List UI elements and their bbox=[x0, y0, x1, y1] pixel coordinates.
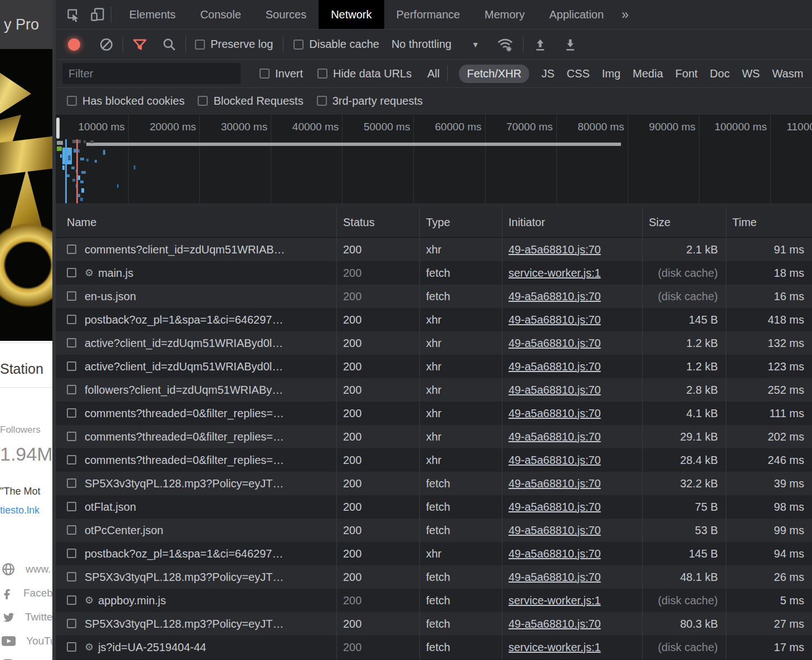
cell-initiator[interactable]: 49-a5a68810.js:70 bbox=[508, 542, 642, 565]
row-checkbox[interactable] bbox=[67, 455, 76, 465]
record-button[interactable] bbox=[68, 38, 80, 51]
row-checkbox[interactable] bbox=[67, 572, 76, 581]
checkbox-icon[interactable] bbox=[317, 96, 327, 106]
table-row[interactable]: comments?client_id=zdUqm51WRIAB…200xhr49… bbox=[56, 238, 812, 261]
checkbox-icon[interactable] bbox=[317, 69, 327, 79]
table-row[interactable]: comments?threaded=0&filter_replies=…200x… bbox=[56, 448, 812, 472]
table-row[interactable]: ⚙appboy.min.js200fetchservice-worker.js:… bbox=[56, 589, 812, 612]
table-row[interactable]: active?client_id=zdUqm51WRIAByd0l…200xhr… bbox=[56, 355, 812, 378]
cell-initiator[interactable]: 49-a5a68810.js:70 bbox=[508, 355, 642, 378]
row-checkbox[interactable] bbox=[67, 315, 76, 324]
table-row[interactable]: en-us.json200fetch49-a5a68810.js:70(disk… bbox=[56, 285, 812, 308]
invert-checkbox[interactable]: Invert bbox=[260, 67, 303, 80]
cell-initiator[interactable]: 49-a5a68810.js:70 bbox=[508, 238, 642, 261]
row-checkbox[interactable] bbox=[67, 502, 76, 511]
column-header-type[interactable]: Type bbox=[419, 207, 502, 238]
row-checkbox[interactable] bbox=[67, 361, 76, 371]
cell-initiator[interactable]: 49-a5a68810.js:70 bbox=[508, 425, 642, 448]
filter-chip-ws[interactable]: WS bbox=[742, 67, 760, 80]
cell-initiator[interactable]: 49-a5a68810.js:70 bbox=[508, 448, 642, 472]
tab-network[interactable]: Network bbox=[319, 0, 384, 29]
filter-chip-media[interactable]: Media bbox=[633, 67, 663, 80]
filter-chip-wasm[interactable]: Wasm bbox=[772, 67, 803, 80]
checkbox-icon[interactable] bbox=[67, 96, 77, 106]
disable-cache-checkbox[interactable]: Disable cache bbox=[294, 38, 379, 51]
hide-data-urls-checkbox[interactable]: Hide data URLs bbox=[317, 67, 412, 80]
row-checkbox[interactable] bbox=[67, 642, 76, 652]
filter-icon[interactable] bbox=[132, 37, 148, 52]
table-row[interactable]: SP5X3v3tyqPL.128.mp3?Policy=eyJT…200fetc… bbox=[56, 612, 812, 635]
inspect-element-icon[interactable] bbox=[66, 0, 81, 29]
has-blocked-cookies-checkbox[interactable]: Has blocked cookies bbox=[67, 95, 184, 107]
table-row[interactable]: active?client_id=zdUqm51WRIAByd0l…200xhr… bbox=[56, 331, 812, 355]
table-row[interactable]: otPcCenter.json200fetch49-a5a68810.js:70… bbox=[56, 519, 812, 542]
row-checkbox[interactable] bbox=[67, 595, 76, 605]
cell-initiator[interactable]: 49-a5a68810.js:70 bbox=[508, 612, 642, 635]
device-toolbar-icon[interactable] bbox=[90, 0, 105, 29]
more-tabs-button[interactable]: » bbox=[616, 0, 634, 29]
column-divider[interactable] bbox=[336, 207, 337, 660]
row-checkbox[interactable] bbox=[67, 385, 76, 394]
cell-initiator[interactable]: service-worker.js:1 bbox=[508, 261, 642, 285]
station-tab-label[interactable]: Station bbox=[0, 361, 43, 377]
column-divider[interactable] bbox=[419, 207, 420, 660]
row-checkbox[interactable] bbox=[67, 619, 76, 628]
cell-initiator[interactable]: service-worker.js:1 bbox=[508, 635, 642, 659]
cell-initiator[interactable]: 49-a5a68810.js:70 bbox=[508, 308, 642, 331]
table-row[interactable]: followers?client_id=zdUqm51WRIABy…200xhr… bbox=[56, 378, 812, 402]
filter-chip-css[interactable]: CSS bbox=[567, 67, 590, 80]
social-link-www[interactable]: www. bbox=[1, 557, 56, 581]
third-party-requests-checkbox[interactable]: 3rd-party requests bbox=[317, 95, 423, 107]
table-row[interactable]: comments?threaded=0&filter_replies=…200x… bbox=[56, 425, 812, 448]
column-header-name[interactable]: Name bbox=[56, 207, 336, 238]
cell-initiator[interactable]: service-worker.js:1 bbox=[508, 589, 642, 612]
social-link-youtu[interactable]: YouTu bbox=[1, 629, 56, 653]
search-icon[interactable] bbox=[162, 37, 177, 52]
export-har-icon[interactable] bbox=[562, 37, 578, 52]
filter-chip-js[interactable]: JS bbox=[541, 67, 554, 80]
filter-chip-img[interactable]: Img bbox=[602, 67, 620, 80]
checkbox-icon[interactable] bbox=[198, 96, 208, 106]
cell-initiator[interactable]: 49-a5a68810.js:70 bbox=[508, 331, 642, 355]
column-divider[interactable] bbox=[502, 207, 502, 660]
table-row[interactable]: ⚙js?id=UA-2519404-44200fetchservice-work… bbox=[56, 635, 812, 659]
table-row[interactable]: SP5X3v3tyqPL.128.mp3?Policy=eyJT…200fetc… bbox=[56, 565, 812, 589]
row-checkbox[interactable] bbox=[67, 408, 76, 418]
timeline-drag-handle[interactable] bbox=[56, 118, 60, 139]
table-row[interactable]: postback?oz_pl=1&spa=1&ci=646297…200xhr4… bbox=[56, 542, 812, 565]
row-checkbox[interactable] bbox=[67, 291, 76, 301]
tab-performance[interactable]: Performance bbox=[384, 0, 473, 29]
filter-chip-font[interactable]: Font bbox=[676, 67, 698, 80]
checkbox-icon[interactable] bbox=[195, 40, 205, 50]
import-har-icon[interactable] bbox=[532, 37, 548, 52]
row-checkbox[interactable] bbox=[67, 268, 76, 277]
preserve-log-checkbox[interactable]: Preserve log bbox=[195, 38, 273, 51]
tab-console[interactable]: Console bbox=[188, 0, 253, 29]
bio-link[interactable]: tiesto.lnk bbox=[0, 505, 40, 516]
clear-icon[interactable] bbox=[99, 37, 114, 52]
column-divider[interactable] bbox=[726, 207, 726, 660]
filter-input[interactable] bbox=[62, 63, 241, 84]
cell-initiator[interactable]: 49-a5a68810.js:70 bbox=[508, 378, 642, 402]
table-row[interactable]: SP5X3v3tyqPL.128.mp3?Policy=eyJT…200fetc… bbox=[56, 472, 812, 495]
row-checkbox[interactable] bbox=[67, 549, 76, 558]
row-checkbox[interactable] bbox=[67, 478, 76, 488]
column-header-status[interactable]: Status bbox=[336, 207, 419, 238]
column-divider[interactable] bbox=[642, 207, 643, 660]
cell-initiator[interactable]: 49-a5a68810.js:70 bbox=[508, 285, 642, 308]
table-row[interactable]: comments?threaded=0&filter_replies=…200x… bbox=[56, 402, 812, 425]
checkbox-icon[interactable] bbox=[260, 69, 270, 79]
cell-initiator[interactable]: 49-a5a68810.js:70 bbox=[508, 565, 642, 589]
row-checkbox[interactable] bbox=[67, 245, 76, 254]
table-row[interactable]: otFlat.json200fetch49-a5a68810.js:7075 B… bbox=[56, 495, 812, 519]
cell-initiator[interactable]: 49-a5a68810.js:70 bbox=[508, 519, 642, 542]
filter-chip-all[interactable]: All bbox=[427, 67, 439, 80]
network-conditions-icon[interactable] bbox=[496, 36, 514, 53]
throttling-select[interactable]: No throttling ▼ bbox=[392, 38, 480, 51]
network-overview-timeline[interactable]: 10000 ms20000 ms30000 ms40000 ms50000 ms… bbox=[56, 114, 812, 203]
tab-elements[interactable]: Elements bbox=[117, 0, 188, 29]
social-link-faceb[interactable]: Faceb bbox=[1, 581, 56, 605]
table-row[interactable]: ⚙main.js200fetchservice-worker.js:1(disk… bbox=[56, 261, 812, 285]
column-header-time[interactable]: Time bbox=[726, 207, 812, 238]
row-checkbox[interactable] bbox=[67, 525, 76, 535]
